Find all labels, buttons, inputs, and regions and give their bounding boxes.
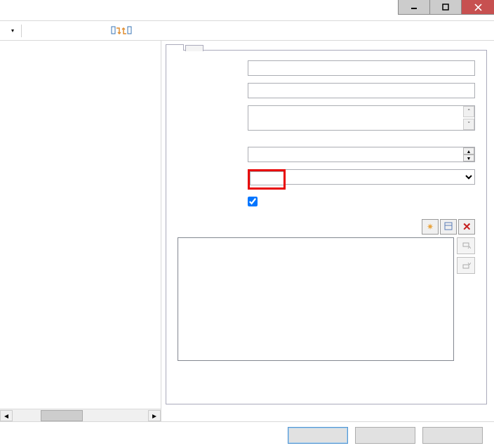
- volume-properties-button[interactable]: [440, 219, 457, 235]
- tree-panel: ◂ ▸: [0, 41, 161, 421]
- volume-movedown-button[interactable]: [457, 257, 475, 274]
- spin-down[interactable]: ▼: [463, 154, 474, 162]
- disk-number-label: [178, 147, 248, 149]
- separator: [21, 25, 22, 37]
- cancel-button[interactable]: [355, 427, 415, 444]
- spin-up[interactable]: ▲: [463, 147, 474, 154]
- dialog-footer: [0, 421, 494, 448]
- toolbar-icon-2[interactable]: [121, 25, 133, 37]
- toolbar: ▾: [0, 21, 494, 41]
- volume-new-button[interactable]: ✷: [422, 219, 439, 235]
- svg-rect-1: [443, 4, 448, 10]
- type-value: [248, 60, 475, 76]
- toolbar-icon-1[interactable]: [110, 25, 121, 37]
- maximize-button[interactable]: [429, 0, 462, 15]
- scroll-thumb[interactable]: [41, 410, 83, 421]
- apply-button[interactable]: [422, 427, 483, 444]
- name-label: [178, 83, 248, 85]
- disk-type-value: [250, 171, 283, 185]
- remove-button[interactable]: [23, 29, 34, 33]
- minimize-button[interactable]: [398, 0, 430, 15]
- add-button[interactable]: ▾: [3, 25, 20, 36]
- tab-properties[interactable]: [166, 44, 184, 51]
- ok-button[interactable]: [288, 427, 348, 444]
- description-label: [178, 105, 248, 107]
- svg-rect-9: [463, 265, 469, 268]
- star-icon: ✷: [427, 222, 434, 232]
- close-button[interactable]: [461, 0, 494, 15]
- disk-type-highlight: [248, 169, 286, 190]
- volume-moveup-button[interactable]: [457, 237, 475, 254]
- type-label: [178, 60, 248, 62]
- disk-type-select[interactable]: [283, 169, 475, 185]
- svg-rect-4: [112, 27, 115, 34]
- scroll-left-button[interactable]: ◂: [0, 410, 13, 421]
- svg-rect-8: [463, 243, 469, 246]
- textarea-scroll[interactable]: ˄˅: [463, 106, 474, 130]
- tab-options[interactable]: [185, 45, 203, 51]
- scroll-right-button[interactable]: ▸: [148, 410, 161, 421]
- task-tree[interactable]: [0, 41, 161, 409]
- title-bar: [0, 0, 494, 21]
- properties-panel: ˄˅ ▲▼: [161, 41, 494, 421]
- svg-rect-6: [445, 223, 452, 230]
- volume-list[interactable]: [178, 237, 454, 361]
- boot-disk-checkbox[interactable]: [248, 197, 258, 206]
- properties-icon: [443, 221, 453, 233]
- disk-number-input[interactable]: [248, 147, 475, 162]
- svg-rect-5: [128, 27, 131, 34]
- description-input[interactable]: [248, 105, 475, 131]
- chevron-down-icon: ▾: [11, 27, 14, 34]
- horizontal-scrollbar[interactable]: ◂ ▸: [0, 409, 161, 421]
- disk-type-label: [178, 169, 248, 171]
- delete-icon: ✕: [462, 220, 472, 233]
- name-input[interactable]: [248, 83, 475, 98]
- volume-delete-button[interactable]: ✕: [458, 219, 475, 235]
